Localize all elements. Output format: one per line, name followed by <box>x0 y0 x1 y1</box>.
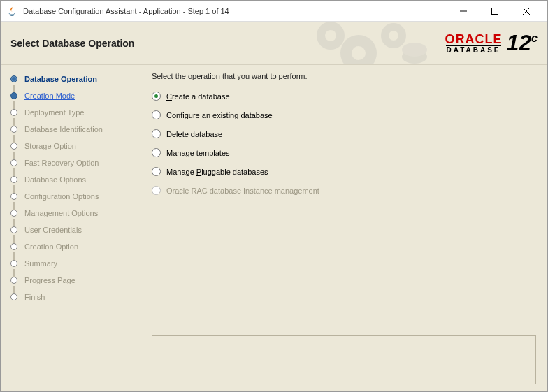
main-panel: Select the operation that you want to pe… <box>140 65 547 391</box>
step-label: Finish <box>24 293 45 301</box>
wizard-step-8: Management Options <box>3 205 137 222</box>
step-dot-icon <box>10 92 17 99</box>
step-label: Storage Option <box>24 142 76 150</box>
option-label: Create a database <box>166 92 230 101</box>
step-label: User Credentials <box>24 226 82 234</box>
operation-option-3[interactable]: Manage templates <box>152 148 536 157</box>
wizard-step-9: User Credentials <box>3 222 137 238</box>
maximize-button[interactable] <box>479 1 510 21</box>
wizard-step-6: Database Options <box>3 171 137 188</box>
wizard-step-5: Fast Recovery Option <box>3 154 137 171</box>
svg-point-7 <box>352 46 366 60</box>
titlebar: Database Configuration Assistant - Appli… <box>1 1 547 22</box>
option-label: Manage Pluggable databases <box>166 168 268 176</box>
header: Select Database Operation ORACLE DATABAS… <box>1 22 547 65</box>
step-label[interactable]: Creation Mode <box>24 92 75 100</box>
wizard-steps: Database OperationCreation ModeDeploymen… <box>3 71 137 305</box>
step-label: Deployment Type <box>24 108 84 117</box>
step-label: Creation Option <box>24 242 78 251</box>
step-label: Database Options <box>24 175 86 184</box>
wizard-step-13: Finish <box>3 289 137 305</box>
step-label: Management Options <box>24 209 98 217</box>
operation-option-1[interactable]: Configure an existing database <box>152 110 536 119</box>
step-label: Database Operation <box>24 75 97 83</box>
wizard-step-7: Configuration Options <box>3 188 137 205</box>
wizard-step-10: Creation Option <box>3 238 137 255</box>
radio-icon <box>152 92 161 101</box>
wizard-step-0: Database Operation <box>3 71 137 87</box>
step-dot-icon <box>10 126 17 133</box>
wizard-step-12: Progress Page <box>3 272 137 289</box>
content-body: Database OperationCreation ModeDeploymen… <box>1 65 547 391</box>
step-dot-icon <box>10 143 17 150</box>
status-box <box>152 335 536 384</box>
step-dot-icon <box>10 193 17 200</box>
step-dot-icon <box>10 109 17 116</box>
svg-point-9 <box>389 31 398 41</box>
page-title: Select Database Operation <box>10 38 134 49</box>
option-label: Configure an existing database <box>166 111 273 119</box>
wizard-step-1[interactable]: Creation Mode <box>3 87 137 104</box>
radio-icon <box>152 186 161 195</box>
svg-point-5 <box>325 30 336 41</box>
brand-oracle-text: ORACLE <box>445 33 503 45</box>
wizard-sidebar: Database OperationCreation ModeDeploymen… <box>1 65 140 391</box>
close-button[interactable] <box>510 1 542 21</box>
step-label: Progress Page <box>24 276 75 284</box>
step-label: Configuration Options <box>24 192 99 201</box>
radio-icon <box>152 110 161 119</box>
gears-decoration <box>310 22 435 65</box>
operation-options: Create a databaseConfigure an existing d… <box>152 92 536 195</box>
wizard-step-3: Database Identification <box>3 121 137 138</box>
operation-option-2[interactable]: Delete database <box>152 129 536 138</box>
step-dot-icon <box>10 226 17 233</box>
radio-icon <box>152 167 161 176</box>
instruction-text: Select the operation that you want to pe… <box>152 72 536 80</box>
step-dot-icon <box>10 277 17 284</box>
step-dot-icon <box>10 159 17 166</box>
step-dot-icon <box>10 293 17 300</box>
brand-logo: ORACLE DATABASE 12c <box>445 30 538 56</box>
option-label: Oracle RAC database Instance management <box>166 187 319 195</box>
option-label: Delete database <box>166 130 222 138</box>
step-dot-icon <box>10 243 17 250</box>
step-dot-icon <box>10 260 17 267</box>
step-dot-icon <box>10 75 17 82</box>
operation-option-0[interactable]: Create a database <box>152 92 536 101</box>
operation-option-4[interactable]: Manage Pluggable databases <box>152 167 536 176</box>
operation-option-5: Oracle RAC database Instance management <box>152 186 536 195</box>
wizard-step-11: Summary <box>3 255 137 272</box>
radio-icon <box>152 148 161 157</box>
svg-point-11 <box>402 43 427 57</box>
brand-version: 12c <box>507 30 538 56</box>
window-controls <box>447 1 542 21</box>
svg-rect-1 <box>491 8 498 14</box>
step-label: Database Identification <box>24 125 103 133</box>
step-label: Summary <box>24 259 57 268</box>
java-icon <box>6 6 17 17</box>
step-dot-icon <box>10 176 17 183</box>
radio-icon <box>152 129 161 138</box>
window: Database Configuration Assistant - Appli… <box>0 0 548 392</box>
wizard-step-4: Storage Option <box>3 138 137 154</box>
wizard-step-2: Deployment Type <box>3 104 137 121</box>
step-label: Fast Recovery Option <box>24 159 99 167</box>
window-title: Database Configuration Assistant - Appli… <box>23 7 447 15</box>
brand-database-text: DATABASE <box>446 45 500 54</box>
step-dot-icon <box>10 210 17 217</box>
minimize-button[interactable] <box>447 1 479 21</box>
option-label: Manage templates <box>166 149 230 157</box>
